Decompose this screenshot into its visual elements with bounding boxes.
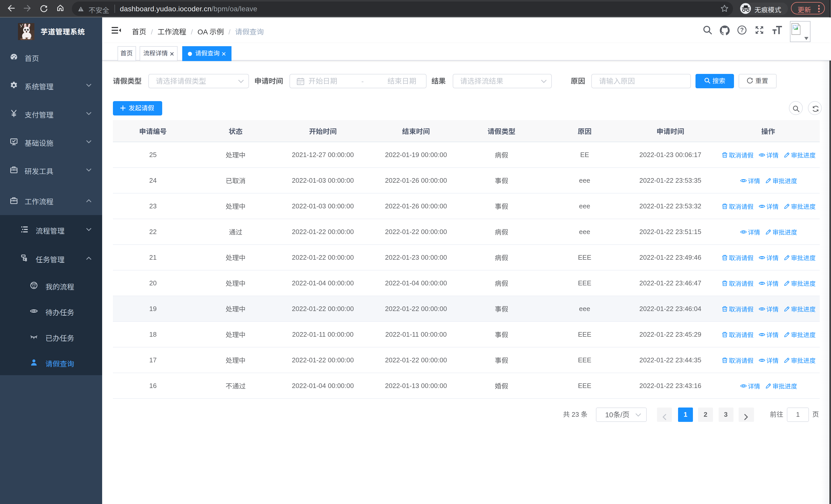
svg-text:?: ? <box>740 27 744 33</box>
